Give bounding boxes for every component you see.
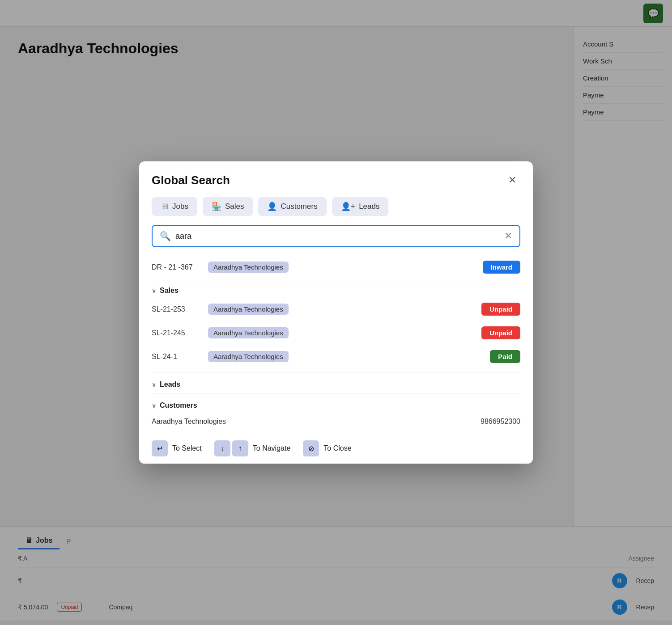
modal-close-button[interactable]: ✕ (504, 172, 520, 188)
leads-section-title: Leads (160, 380, 180, 389)
tab-sales[interactable]: 🏪 Sales (203, 197, 253, 216)
leads-chevron-icon: ∨ (152, 381, 156, 388)
sale3-name: Aaradhya Technologies (208, 351, 289, 362)
sales-section-items: SL-21-253 Aaradhya Technologies Unpaid S… (152, 297, 520, 370)
sale1-code: SL-21-253 (152, 305, 201, 313)
sales-section-title: Sales (160, 287, 179, 295)
customers-section-items: Aaradhya Technologies 9866952300 (152, 412, 520, 433)
modal-header: Global Search ✕ (139, 161, 533, 197)
leads-section-header[interactable]: ∨ Leads (152, 374, 520, 391)
sale1-name: Aaradhya Technologies (208, 304, 289, 315)
modal-overlay: Global Search ✕ 🖥 Jobs 🏪 Sales 👤 Custome… (0, 0, 672, 625)
search-bar-wrapper: 🔍 ✕ (139, 225, 533, 254)
customers-chevron-icon: ∨ (152, 402, 156, 409)
customer1-phone: 9866952300 (481, 418, 520, 426)
hint-close: ⊘ To Close (303, 440, 351, 456)
sales-row-3[interactable]: SL-24-1 Aaradhya Technologies Paid (152, 345, 520, 368)
close-key-icon: ⊘ (303, 440, 319, 456)
search-input[interactable] (175, 232, 500, 241)
sale2-name: Aaradhya Technologies (208, 327, 289, 338)
customers-section-title: Customers (160, 401, 197, 410)
divider-1 (152, 372, 520, 372)
search-clear-icon[interactable]: ✕ (504, 230, 512, 242)
hint-select-label: To Select (172, 444, 202, 452)
tab-jobs[interactable]: 🖥 Jobs (152, 197, 197, 216)
tab-customers-label: Customers (281, 202, 317, 211)
customers-section-header[interactable]: ∨ Customers (152, 395, 520, 412)
customer1-name: Aaradhya Technologies (152, 418, 250, 426)
sales-tab-icon: 🏪 (212, 202, 221, 211)
down-key-icon: ↓ (214, 440, 230, 456)
sale2-code: SL-21-245 (152, 329, 201, 337)
hint-select: ↵ To Select (152, 440, 202, 456)
tab-jobs-label: Jobs (172, 202, 188, 211)
nav-keys: ↓ ↑ (214, 440, 248, 456)
modal-footer: ↵ To Select ↓ ↑ To Navigate ⊘ To Close (139, 433, 533, 464)
top-result-name: Aaradhya Technologies (208, 262, 289, 273)
tab-leads-label: Leads (359, 202, 379, 211)
sale1-status: Unpaid (481, 303, 520, 316)
tab-customers[interactable]: 👤 Customers (258, 197, 326, 216)
sales-row-2[interactable]: SL-21-245 Aaradhya Technologies Unpaid (152, 321, 520, 345)
hint-navigate: ↓ ↑ To Navigate (214, 440, 291, 456)
customer-row-1[interactable]: Aaradhya Technologies 9866952300 (152, 412, 520, 431)
hint-close-label: To Close (323, 444, 351, 452)
divider-2 (152, 393, 520, 393)
jobs-tab-icon: 🖥 (161, 202, 169, 211)
top-result-status: Inward (483, 261, 520, 274)
sales-section-header[interactable]: ∨ Sales (152, 280, 520, 297)
sale3-status: Paid (490, 350, 520, 363)
leads-tab-icon: 👤+ (341, 202, 356, 211)
global-search-modal: Global Search ✕ 🖥 Jobs 🏪 Sales 👤 Custome… (139, 161, 533, 464)
top-result-row[interactable]: DR - 21 -367 Aaradhya Technologies Inwar… (152, 254, 520, 280)
sales-row-1[interactable]: SL-21-253 Aaradhya Technologies Unpaid (152, 297, 520, 321)
sale2-status: Unpaid (481, 326, 520, 339)
tab-sales-label: Sales (225, 202, 244, 211)
sales-chevron-icon: ∨ (152, 287, 156, 294)
modal-title: Global Search (152, 173, 230, 187)
modal-results: DR - 21 -367 Aaradhya Technologies Inwar… (139, 254, 533, 433)
customers-tab-icon: 👤 (267, 202, 277, 211)
search-icon: 🔍 (160, 231, 171, 241)
hint-navigate-label: To Navigate (253, 444, 291, 452)
tab-leads[interactable]: 👤+ Leads (332, 197, 389, 216)
top-result-code: DR - 21 -367 (152, 263, 201, 271)
up-key-icon: ↑ (232, 440, 248, 456)
enter-key-icon: ↵ (152, 440, 168, 456)
sale3-code: SL-24-1 (152, 353, 201, 361)
search-bar: 🔍 ✕ (152, 225, 520, 247)
modal-tabs: 🖥 Jobs 🏪 Sales 👤 Customers 👤+ Leads (139, 197, 533, 225)
